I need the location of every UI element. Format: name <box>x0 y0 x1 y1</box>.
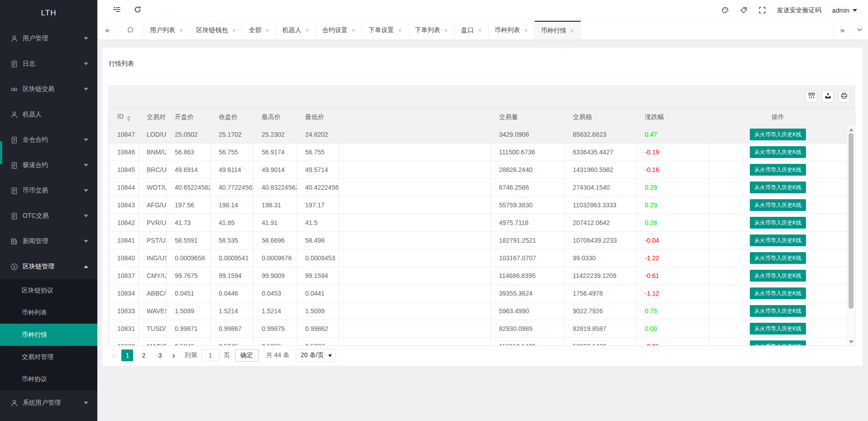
sidebar-item[interactable]: 极速合约 <box>0 153 97 178</box>
send-code-button[interactable]: 发送安全验证码 <box>777 6 821 14</box>
sidebar-subitem[interactable]: 币种协议 <box>0 368 97 390</box>
chevron-down-icon <box>84 37 88 40</box>
import-kline-button[interactable]: 从火币导入历史K线 <box>750 287 806 299</box>
next-page-button[interactable]: › <box>168 350 179 360</box>
tab[interactable]: 下单设置× <box>362 21 408 39</box>
tab[interactable]: 用户列表× <box>144 21 190 39</box>
close-tab-icon[interactable]: × <box>265 27 269 34</box>
content-card: 行情列表 ID交易对开盘价收盘价最高价最低价交易量交易额涨跌幅操作 10847L… <box>102 48 863 366</box>
import-kline-button[interactable]: 从火币导入历史K线 <box>750 146 806 158</box>
scroll-down-icon[interactable] <box>849 340 854 344</box>
import-kline-button[interactable]: 从火币导入历史K线 <box>750 164 806 176</box>
tab[interactable]: 全部× <box>242 21 276 39</box>
cell-volume: 111500.6736 <box>491 144 565 161</box>
close-tab-icon[interactable]: × <box>444 27 448 34</box>
tab[interactable]: 下单列表× <box>408 21 455 39</box>
page-number[interactable]: 2 <box>138 349 149 361</box>
sidebar-item[interactable]: 全仓合约 <box>0 127 97 153</box>
import-kline-button[interactable]: 从火币导入历史K线 <box>750 323 806 335</box>
tab[interactable]: 合约设置× <box>316 21 362 39</box>
cell-high: 198.31 <box>254 196 297 214</box>
sidebar-item[interactable]: 新闻管理 <box>0 229 97 254</box>
cell-id: 10841 <box>109 232 139 249</box>
import-kline-button[interactable]: 从火币导入历史K线 <box>750 199 806 211</box>
import-kline-button[interactable]: 从火币导入历史K线 <box>750 305 806 317</box>
sidebar-scrollbar-thumb[interactable] <box>0 141 2 164</box>
sort-icon[interactable] <box>127 116 130 121</box>
filter-columns-button[interactable] <box>806 91 817 102</box>
table-scrollbar[interactable] <box>847 125 855 346</box>
close-tab-icon[interactable]: × <box>571 27 574 34</box>
close-tab-icon[interactable]: × <box>352 27 355 34</box>
close-tab-icon[interactable]: × <box>306 27 309 34</box>
cell-change: -0.04 <box>637 232 709 249</box>
import-kline-button[interactable]: 从火币导入历史K线 <box>750 129 806 140</box>
cell-open: 0.0009658 <box>167 249 211 267</box>
confirm-button[interactable]: 确定 <box>235 349 259 362</box>
collapse-tabs-button[interactable]: « <box>97 21 118 39</box>
print-button[interactable] <box>838 91 850 102</box>
sidebar-subitem[interactable]: 交易对管理 <box>0 346 97 368</box>
home-tab[interactable] <box>118 21 144 39</box>
goto-page-input[interactable] <box>201 349 220 361</box>
scroll-tabs-button[interactable]: » <box>834 21 851 39</box>
close-tab-icon[interactable]: × <box>398 27 402 34</box>
cell-close: 40.77224562 <box>211 179 254 196</box>
close-tab-icon[interactable]: × <box>179 27 183 34</box>
close-tab-icon[interactable]: × <box>478 27 481 34</box>
scrollbar-thumb[interactable] <box>849 133 854 309</box>
cell-open: 58.5591 <box>167 232 211 249</box>
tab[interactable]: 区块链钱包× <box>190 21 242 39</box>
export-button[interactable] <box>822 91 834 102</box>
sidebar-item[interactable]: 系统用户管理 <box>0 390 97 416</box>
import-kline-button[interactable]: 从火币导入历史K线 <box>750 270 806 282</box>
table-body: 10847LOD/US...25.050225.170225.230224.82… <box>109 126 855 346</box>
cell-close: 49.6114 <box>211 161 254 179</box>
close-tab-icon[interactable]: × <box>232 27 235 34</box>
sidebar-item[interactable]: OTC交易 <box>0 203 97 229</box>
import-kline-button[interactable]: 从火币导入历史K线 <box>750 252 806 264</box>
table-header-cell: 交易量 <box>491 109 565 126</box>
page-number[interactable]: 1 <box>121 349 133 361</box>
close-tab-icon[interactable]: × <box>524 27 528 34</box>
sidebar-subitem[interactable]: 币种列表 <box>0 301 97 324</box>
cell-amount: 99.0330 <box>565 249 637 267</box>
tab[interactable]: 机器人× <box>276 21 316 39</box>
sidebar-subitem[interactable]: 币种行情 <box>0 324 97 346</box>
change-value: -0.04 <box>645 237 659 244</box>
import-kline-button[interactable]: 从火币导入历史K线 <box>750 217 806 229</box>
sidebar-item[interactable]: 用户管理 <box>0 26 97 51</box>
tab[interactable]: 币种行情× <box>535 21 581 39</box>
tab[interactable]: 盘口× <box>455 21 488 39</box>
fullscreen-icon[interactable] <box>758 6 766 14</box>
table-header-cell[interactable]: ID <box>109 109 139 126</box>
user-menu[interactable]: admin <box>832 7 857 14</box>
export-icon <box>825 92 831 100</box>
import-kline-button[interactable]: 从火币导入历史K线 <box>750 234 806 246</box>
table-row: 10830MAGIC/...0.50460.50450.50650.503711… <box>109 338 855 346</box>
scroll-up-icon[interactable] <box>849 128 854 131</box>
theme-palette-icon[interactable] <box>721 6 729 14</box>
tab[interactable]: 币种列表× <box>489 21 535 39</box>
sidebar-item[interactable]: 日志 <box>0 51 97 77</box>
tabs-menu-button[interactable] <box>851 21 868 39</box>
table-row: 10842PVR/US...41.7341.8541.9141.54975.71… <box>109 214 855 232</box>
cell-high: 25.2302 <box>254 126 297 144</box>
dollar-circle-icon: $ <box>10 263 18 271</box>
sidebar-item[interactable]: 机器人 <box>0 102 97 127</box>
cell-pair: LOD/US... <box>139 126 167 144</box>
sidebar-subitem[interactable]: 区块链协议 <box>0 279 97 301</box>
cell-spacer <box>339 214 491 232</box>
sidebar-item[interactable]: 区块链交易 <box>0 77 97 102</box>
sidebar-toggle-button[interactable] <box>106 5 127 15</box>
sidebar-item[interactable]: 币币交易 <box>0 178 97 203</box>
import-kline-button[interactable]: 从火币导入历史K线 <box>750 182 806 193</box>
cell-close: 198.14 <box>211 196 254 214</box>
page-size-select[interactable]: 20 条/页 <box>296 349 336 362</box>
tag-icon[interactable] <box>740 6 748 14</box>
prev-page-button[interactable]: ‹ <box>108 350 119 360</box>
page-number[interactable]: 3 <box>154 349 166 361</box>
import-kline-button[interactable]: 从火币导入历史K线 <box>750 340 806 346</box>
sidebar-item[interactable]: $区块链管理 <box>0 254 97 279</box>
refresh-button[interactable] <box>127 5 148 15</box>
